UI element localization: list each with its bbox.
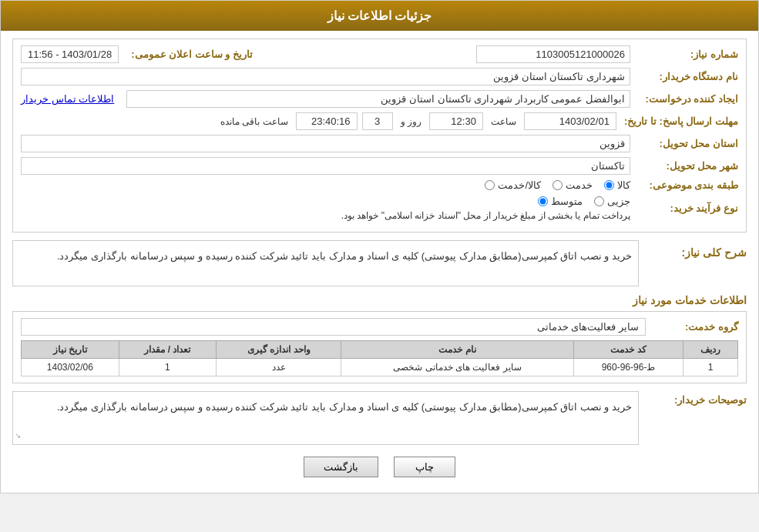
purchase-note: پرداخت تمام یا بخشی از مبلغ خریدار از مح… xyxy=(341,210,630,221)
main-form-section: شماره نیاز: 1103005121000026 تاریخ و ساع… xyxy=(12,38,747,233)
services-section: گروه خدمت: سایر فعالیت‌های خدماتی ردیف ک… xyxy=(12,311,747,383)
category-radio-group: کالا/خدمت خدمت کالا xyxy=(485,179,630,191)
print-button[interactable]: چاپ xyxy=(394,457,455,477)
category-option-kala[interactable]: کالا xyxy=(604,179,630,191)
general-desc-text: خرید و نصب اتاق کمپرسی(مطابق مدارک پیوست… xyxy=(57,250,632,262)
category-option-khadamat-kala[interactable]: کالا/خدمت xyxy=(485,179,541,191)
creator-input: ابوالفضل عمومی کاربردار شهرداری تاکستان … xyxy=(126,90,630,108)
delivery-city-row: شهر محل تحویل: تاکستان xyxy=(21,157,738,175)
buyer-desc-text: خرید و نصب اتاق کمپرسی(مطابق مدارک پیوست… xyxy=(57,401,632,413)
col-row: ردیف xyxy=(683,341,738,359)
category-row: طبقه بندی موضوعی: کالا/خدمت خدمت کالا xyxy=(21,179,738,191)
cell-service-code: ط-96-96-960 xyxy=(573,359,683,376)
purchase-type-option-jozi[interactable]: جزیی xyxy=(594,196,630,207)
delivery-city-label: شهر محل تحویل: xyxy=(630,160,738,172)
deadline-datetime-group: 1403/02/01 ساعت 12:30 روز و 3 23:40:16 س… xyxy=(21,112,616,130)
need-number-value-cell: 1103005121000026 xyxy=(253,45,630,63)
delivery-province-label: استان محل تحویل: xyxy=(630,138,738,149)
cell-service-name: سایر فعالیت های خدماتی شخصی xyxy=(341,359,573,376)
delivery-city-value-cell: تاکستان xyxy=(21,157,630,175)
buyer-desc-section: توصیحات خریدار: خرید و نصب اتاق کمپرسی(م… xyxy=(12,391,747,445)
general-desc-label: شرح کلی نیاز: xyxy=(639,246,747,259)
services-section-title: اطلاعات خدمات مورد نیاز xyxy=(12,294,747,306)
delivery-province-value-cell: قزوین xyxy=(21,135,630,152)
cell-date: 1403/02/06 xyxy=(22,359,119,376)
col-unit: واحد اندازه گیری xyxy=(217,341,341,359)
buyer-org-row: نام دستگاه خریدار: شهرداری تاکستان استان… xyxy=(21,68,738,85)
page-header: جزئیات اطلاعات نیاز xyxy=(1,1,758,31)
creator-row: ایجاد کننده درخواست: ابوالفضل عمومی کارب… xyxy=(21,90,738,108)
page-title: جزئیات اطلاعات نیاز xyxy=(327,9,432,22)
col-quantity: تعداد / مقدار xyxy=(119,341,217,359)
remaining-label: ساعت باقی مانده xyxy=(220,116,288,127)
days-value: 3 xyxy=(362,112,393,130)
buttons-row: چاپ بازگشت xyxy=(12,457,747,477)
services-table: ردیف کد خدمت نام خدمت واحد اندازه گیری ت… xyxy=(21,340,738,376)
back-button[interactable]: بازگشت xyxy=(304,457,378,477)
time-label: ساعت xyxy=(491,116,516,127)
col-date: تاریخ نیاز xyxy=(22,341,119,359)
buyer-desc-row: توصیحات خریدار: خرید و نصب اتاق کمپرسی(م… xyxy=(12,391,747,445)
need-number-label: شماره نیاز: xyxy=(630,49,738,60)
category-option-khadamat[interactable]: خدمت xyxy=(552,179,593,191)
announce-datetime-value: 1403/01/28 - 11:56 xyxy=(21,45,119,63)
delivery-province-row: استان محل تحویل: قزوین xyxy=(21,135,738,152)
send-deadline-value-cell: 1403/02/01 ساعت 12:30 روز و 3 23:40:16 س… xyxy=(21,112,616,130)
need-number-row: شماره نیاز: 1103005121000026 تاریخ و ساع… xyxy=(21,45,738,63)
cell-quantity: 1 xyxy=(119,359,217,376)
col-service-code: کد خدمت xyxy=(573,341,683,359)
send-deadline-row: مهلت ارسال پاسخ: تا تاریخ: 1403/02/01 سا… xyxy=(21,112,738,130)
send-deadline-label: مهلت ارسال پاسخ: تا تاریخ: xyxy=(616,115,738,127)
buyer-org-label: نام دستگاه خریدار: xyxy=(630,71,738,82)
buyer-org-value-cell: شهرداری تاکستان استان قزوین xyxy=(21,68,630,85)
service-group-input: سایر فعالیت‌های خدماتی xyxy=(21,318,646,336)
delivery-province-input: قزوین xyxy=(21,135,630,152)
service-group-label: گروه خدمت: xyxy=(646,321,738,333)
resize-icon: ↘ xyxy=(15,429,21,443)
general-desc-box: خرید و نصب اتاق کمپرسی(مطابق مدارک پیوست… xyxy=(12,240,639,286)
cell-row: 1 xyxy=(683,359,738,376)
purchase-type-option-motavassat[interactable]: متوسط xyxy=(538,196,583,207)
service-group-row: گروه خدمت: سایر فعالیت‌های خدماتی xyxy=(21,318,738,336)
days-label: روز و xyxy=(401,116,421,127)
announce-datetime-group: تاریخ و ساعت اعلان عمومی: 1403/01/28 - 1… xyxy=(21,45,253,63)
buyer-desc-box: خرید و نصب اتاق کمپرسی(مطابق مدارک پیوست… xyxy=(12,391,639,445)
purchase-type-label: نوع فرآیند خرید: xyxy=(630,202,738,214)
need-number-input: 1103005121000026 xyxy=(476,45,630,63)
purchase-type-value-cell: متوسط جزیی پرداخت تمام یا بخشی از مبلغ خ… xyxy=(21,196,630,221)
creator-value-cell: ابوالفضل عمومی کاربردار شهرداری تاکستان … xyxy=(21,90,630,108)
cell-unit: عدد xyxy=(217,359,341,376)
buyer-desc-label: توصیحات خریدار: xyxy=(639,391,747,406)
remaining-time: 23:40:16 xyxy=(296,112,358,130)
contact-link[interactable]: اطلاعات تماس خریدار xyxy=(21,93,114,105)
delivery-city-input: تاکستان xyxy=(21,157,630,175)
deadline-date: 1403/02/01 xyxy=(524,112,616,130)
table-row: 1 ط-96-96-960 سایر فعالیت های خدماتی شخص… xyxy=(22,359,738,376)
creator-label: ایجاد کننده درخواست: xyxy=(630,93,738,105)
category-label: طبقه بندی موضوعی: xyxy=(630,179,738,191)
buyer-org-input: شهرداری تاکستان استان قزوین xyxy=(21,68,630,85)
general-desc-section: شرح کلی نیاز: خرید و نصب اتاق کمپرسی(مطا… xyxy=(12,240,747,286)
purchase-type-row: نوع فرآیند خرید: متوسط جزیی پرداخت تمام … xyxy=(21,196,738,221)
category-value-cell: کالا/خدمت خدمت کالا xyxy=(21,179,630,191)
announce-datetime-label: تاریخ و ساعت اعلان عمومی: xyxy=(123,49,253,60)
col-service-name: نام خدمت xyxy=(341,341,573,359)
deadline-time: 12:30 xyxy=(429,112,483,130)
purchase-type-radio-group: متوسط جزیی xyxy=(538,196,630,207)
